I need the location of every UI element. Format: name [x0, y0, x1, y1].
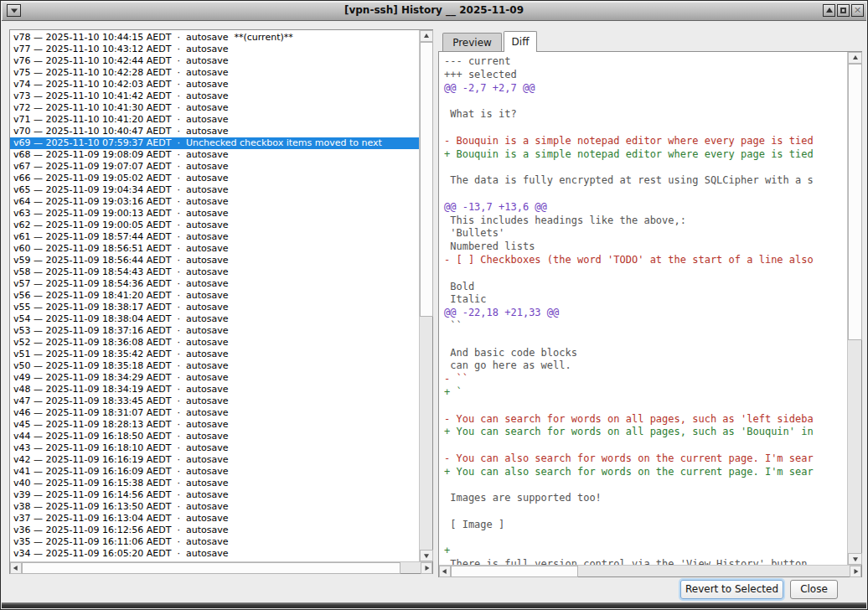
history-item[interactable]: v77 — 2025-11-10 10:43:12 AEDT · autosav… [10, 44, 419, 55]
history-item[interactable]: v36 — 2025-11-09 16:12:56 AEDT · autosav… [10, 525, 419, 536]
history-item[interactable]: v41 — 2025-11-09 16:16:09 AEDT · autosav… [10, 466, 419, 478]
history-item[interactable]: v37 — 2025-11-09 16:13:04 AEDT · autosav… [10, 513, 419, 525]
history-item[interactable]: v59 — 2025-11-09 18:56:44 AEDT · autosav… [10, 255, 419, 266]
history-item[interactable]: v62 — 2025-11-09 19:00:05 AEDT · autosav… [10, 220, 419, 231]
diff-hscrollbar[interactable] [439, 565, 861, 576]
diff-line: 'Bullets' [444, 227, 847, 240]
history-item[interactable]: v45 — 2025-11-09 18:28:13 AEDT · autosav… [10, 419, 419, 431]
history-panel: v78 — 2025-11-10 10:44:15 AEDT · autosav… [9, 29, 433, 574]
arrow-up-icon [424, 34, 429, 38]
history-hscroll-thumb[interactable] [22, 562, 400, 574]
diff-hscroll-thumb[interactable] [451, 566, 578, 577]
version-list[interactable]: v78 — 2025-11-10 10:44:15 AEDT · autosav… [10, 30, 419, 561]
window-title: [vpn-ssh] History __ 2025-11-09 [2, 4, 866, 16]
history-item[interactable]: v53 — 2025-11-09 18:37:16 AEDT · autosav… [10, 325, 419, 337]
history-item[interactable]: v69 — 2025-11-10 07:59:37 AEDT · Uncheck… [10, 137, 419, 149]
diff-vscrollbar[interactable] [847, 52, 861, 565]
diff-line: - You can also search for words on the c… [444, 452, 847, 466]
history-item[interactable]: v64 — 2025-11-09 19:03:16 AEDT · autosav… [10, 196, 419, 208]
diff-line: --- current [444, 55, 847, 69]
history-item[interactable]: v46 — 2025-11-09 18:31:07 AEDT · autosav… [10, 407, 419, 419]
diff-line: +++ selected [444, 69, 847, 82]
window-bottom-frame [2, 602, 866, 608]
history-item[interactable]: v52 — 2025-11-09 18:36:08 AEDT · autosav… [10, 337, 419, 349]
diff-line: - Bouquin is a simple notepad editor whe… [444, 135, 847, 148]
scroll-up-button[interactable] [420, 30, 433, 42]
diff-line [444, 333, 847, 347]
arrow-down-icon [424, 554, 429, 558]
history-item[interactable]: v78 — 2025-11-10 10:44:15 AEDT · autosav… [10, 32, 419, 44]
scroll-left-button[interactable] [10, 562, 22, 574]
diff-line [444, 121, 847, 135]
tab-preview[interactable]: Preview [442, 33, 502, 51]
history-item[interactable]: v61 — 2025-11-09 18:57:44 AEDT · autosav… [10, 231, 419, 243]
scroll-down-button[interactable] [848, 553, 862, 565]
history-item[interactable]: v75 — 2025-11-10 10:42:28 AEDT · autosav… [10, 67, 419, 79]
history-item[interactable]: v67 — 2025-11-09 19:07:07 AEDT · autosav… [10, 161, 419, 173]
scroll-left-button[interactable] [439, 566, 451, 577]
diff-line: - `` [444, 373, 847, 386]
history-item[interactable]: v49 — 2025-11-09 18:34:29 AEDT · autosav… [10, 372, 419, 384]
diff-line [444, 95, 847, 108]
history-item[interactable]: v56 — 2025-11-09 18:41:20 AEDT · autosav… [10, 290, 419, 302]
diff-text[interactable]: --- current+++ selected@@ -2,7 +2,7 @@ W… [439, 52, 847, 565]
history-vscroll-thumb[interactable] [420, 42, 433, 317]
history-item[interactable]: v72 — 2025-11-10 10:41:30 AEDT · autosav… [10, 102, 419, 114]
scroll-right-button[interactable] [850, 566, 861, 577]
history-item[interactable]: v48 — 2025-11-09 18:34:19 AEDT · autosav… [10, 384, 419, 395]
diff-line [444, 161, 847, 174]
history-item[interactable]: v58 — 2025-11-09 18:54:43 AEDT · autosav… [10, 266, 419, 278]
history-item[interactable]: v66 — 2025-11-09 19:05:02 AEDT · autosav… [10, 173, 419, 184]
arrow-down-icon [853, 557, 858, 561]
scroll-right-button[interactable] [421, 562, 432, 574]
maximize-button[interactable] [837, 4, 850, 17]
history-item[interactable]: v73 — 2025-11-10 10:41:42 AEDT · autosav… [10, 90, 419, 102]
close-button[interactable]: Close [790, 580, 838, 599]
history-item[interactable]: v38 — 2025-11-09 16:13:50 AEDT · autosav… [10, 501, 419, 513]
history-item[interactable]: v39 — 2025-11-09 16:14:56 AEDT · autosav… [10, 489, 419, 501]
diff-line: [ Image ] [444, 519, 847, 532]
diff-line [444, 505, 847, 519]
history-item[interactable]: v51 — 2025-11-09 18:35:42 AEDT · autosav… [10, 349, 419, 360]
tab-diff[interactable]: Diff [504, 31, 537, 52]
diff-line [444, 532, 847, 545]
history-item[interactable]: v47 — 2025-11-09 18:33:45 AEDT · autosav… [10, 395, 419, 407]
history-item[interactable]: v35 — 2025-11-09 16:11:06 AEDT · autosav… [10, 536, 419, 548]
history-hscrollbar[interactable] [10, 561, 432, 573]
scroll-up-button[interactable] [848, 52, 862, 64]
history-item[interactable]: v70 — 2025-11-10 10:40:47 AEDT · autosav… [10, 126, 419, 137]
diff-line [444, 479, 847, 493]
diff-line: + You can search for words on all pages,… [444, 426, 847, 439]
diff-line: There is full version control via the 'V… [444, 558, 847, 565]
shade-button[interactable] [823, 4, 835, 17]
window-close-button[interactable]: ✕ [851, 4, 864, 17]
arrow-right-icon [855, 569, 859, 574]
diff-line: - [ ] Checkboxes (the word 'TODO' at the… [444, 254, 847, 267]
history-item[interactable]: v63 — 2025-11-09 19:00:13 AEDT · autosav… [10, 208, 419, 220]
diff-line: Images are supported too! [444, 492, 847, 505]
titlebar: [vpn-ssh] History __ 2025-11-09 ✕ [2, 2, 866, 21]
scroll-down-button[interactable] [420, 550, 433, 561]
history-item[interactable]: v40 — 2025-11-09 16:15:38 AEDT · autosav… [10, 478, 419, 489]
diff-line: Bold [444, 281, 847, 294]
history-item[interactable]: v54 — 2025-11-09 18:38:04 AEDT · autosav… [10, 313, 419, 325]
diff-vscroll-thumb[interactable] [848, 64, 862, 340]
history-item[interactable]: v34 — 2025-11-09 16:05:20 AEDT · autosav… [10, 548, 419, 560]
history-item[interactable]: v68 — 2025-11-09 19:08:09 AEDT · autosav… [10, 149, 419, 161]
history-item[interactable]: v57 — 2025-11-09 18:54:36 AEDT · autosav… [10, 278, 419, 290]
revert-to-selected-button[interactable]: Revert to Selected [680, 580, 783, 599]
history-item[interactable]: v43 — 2025-11-09 16:18:10 AEDT · autosav… [10, 442, 419, 454]
history-item[interactable]: v60 — 2025-11-09 18:56:51 AEDT · autosav… [10, 243, 419, 255]
history-item[interactable]: v55 — 2025-11-09 18:38:17 AEDT · autosav… [10, 302, 419, 313]
history-item[interactable]: v76 — 2025-11-10 10:42:44 AEDT · autosav… [10, 55, 419, 67]
history-item[interactable]: v50 — 2025-11-09 18:35:18 AEDT · autosav… [10, 360, 419, 372]
history-item[interactable]: v65 — 2025-11-09 19:04:34 AEDT · autosav… [10, 184, 419, 196]
history-item[interactable]: v74 — 2025-11-10 10:42:03 AEDT · autosav… [10, 79, 419, 90]
diff-line: + [444, 545, 847, 558]
history-vscrollbar[interactable] [419, 30, 432, 561]
history-item[interactable]: v42 — 2025-11-09 16:16:19 AEDT · autosav… [10, 454, 419, 466]
history-item[interactable]: v44 — 2025-11-09 16:18:50 AEDT · autosav… [10, 431, 419, 442]
diff-line: can go here as well. [444, 359, 847, 373]
history-item[interactable]: v71 — 2025-11-10 10:41:20 AEDT · autosav… [10, 114, 419, 126]
arrow-left-icon [442, 569, 447, 574]
